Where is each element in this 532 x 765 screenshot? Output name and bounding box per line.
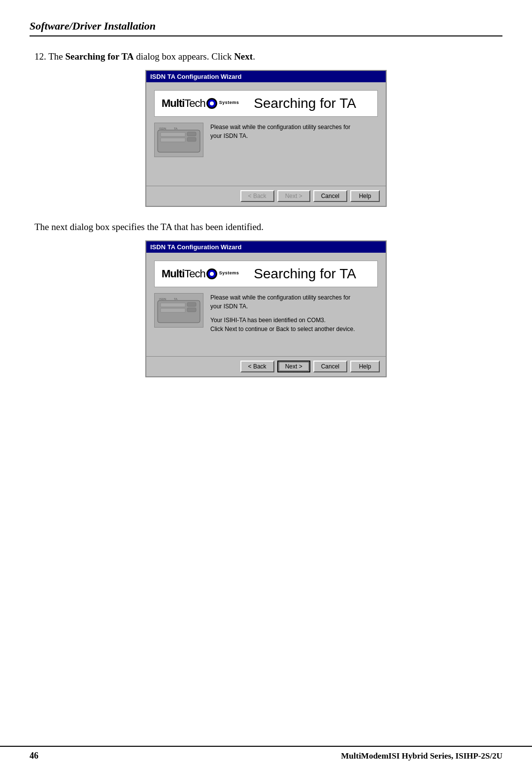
desc2-line2: your ISDN TA. [210,303,248,310]
dialog-2: ISDN TA Configuration Wizard MultiTech S… [145,240,387,377]
desc-line2: your ISDN TA. [210,133,248,139]
page-header: Software/Driver Installation [30,20,502,36]
dialog-2-back-button[interactable]: < Back [240,361,274,372]
dialog-2-title: Searching for TA [254,266,356,282]
footer-product: MultiModemISI Hybrid Series, ISIHP-2S/2U [341,751,502,761]
desc2-line1: Please wait while the configuration util… [210,294,350,301]
dialog-1-content: ISDN TA Please wait while the configurat… [154,123,378,157]
logo-tech: Tech [184,97,205,110]
dialog-2-footer: < Back Next > Cancel Help [146,356,386,376]
dialog-1-next-button[interactable]: Next > [277,190,310,202]
dialog-1: ISDN TA Configuration Wizard MultiTech S… [145,70,387,207]
svg-rect-9 [161,308,185,312]
logo-circle-icon [206,98,217,109]
dialog-1-logo-row: MultiTech Systems Searching for TA [154,90,378,117]
dialog-2-body: MultiTech Systems Searching for TA ISDN … [146,253,386,351]
extra-line2: Click Next to continue or Back to select… [210,326,355,333]
logo2-tech: Tech [184,267,205,280]
dialog-1-titlebar: ISDN TA Configuration Wizard [146,71,386,82]
svg-text:ISDN: ISDN [159,127,166,130]
instruction-bold: Searching for TA [65,51,133,62]
svg-rect-3 [187,132,196,136]
svg-rect-2 [161,138,185,142]
dialog-1-title: Searching for TA [254,96,356,111]
dialog-2-cancel-button[interactable]: Cancel [313,361,347,372]
page-number: 46 [30,751,38,761]
dialog-1-back-button[interactable]: < Back [240,190,274,202]
device-image-2: ISDN TA [154,293,203,328]
dialog-1-cancel-button[interactable]: Cancel [313,190,347,202]
logo-multi: Multi [162,97,184,110]
section-title: Software/Driver Installation [30,20,156,32]
multitech-logo-2: MultiTech Systems [162,267,239,280]
spacer [30,392,502,589]
instruction-prefix: 12. The [34,51,65,62]
extra-line1: Your ISIHI-TA has been identified on COM… [210,317,326,324]
page-footer: 46 MultiModemISI Hybrid Series, ISIHP-2S… [0,746,532,765]
svg-rect-10 [187,302,196,306]
dialog-2-content: ISDN TA Please wait while the configurat… [154,293,378,333]
instruction-suffix: dialog box appears. Click [133,51,234,62]
dialog-1-footer: < Back Next > Cancel Help [146,186,386,206]
device-image-1: ISDN TA [154,123,203,157]
dialog-2-help-button[interactable]: Help [350,361,380,372]
extra-info: Your ISIHI-TA has been identified on COM… [210,316,355,333]
instruction-12: 12. The Searching for TA dialog box appe… [34,51,502,62]
dialog-1-help-button[interactable]: Help [350,190,380,202]
logo2-circle-icon [206,268,217,279]
logo-systems: Systems [219,100,239,105]
dialog-2-next-button[interactable]: Next > [277,361,310,372]
logo2-multi: Multi [162,267,184,280]
svg-rect-11 [187,308,196,312]
svg-text:ISDN: ISDN [159,298,166,300]
multitech-logo: MultiTech Systems [162,97,239,110]
dialog-1-body: MultiTech Systems Searching for TA ISDN … [146,82,386,181]
desc-line1: Please wait while the configuration util… [210,124,350,131]
logo2-systems: Systems [219,270,239,275]
dialog-1-description: Please wait while the configuration util… [210,123,350,157]
svg-text:TA: TA [174,127,177,130]
dialog-2-titlebar: ISDN TA Configuration Wizard [146,241,386,253]
svg-rect-1 [161,133,185,136]
follow-text: The next dialog box specifies the TA tha… [34,222,498,233]
instruction-period: . [253,51,255,62]
svg-text:TA: TA [174,298,177,300]
instruction-click: Next [234,51,253,62]
svg-rect-8 [161,303,185,307]
dialog-2-logo-row: MultiTech Systems Searching for TA [154,261,378,287]
dialog-2-description: Please wait while the configuration util… [210,293,355,333]
svg-rect-4 [187,137,196,141]
